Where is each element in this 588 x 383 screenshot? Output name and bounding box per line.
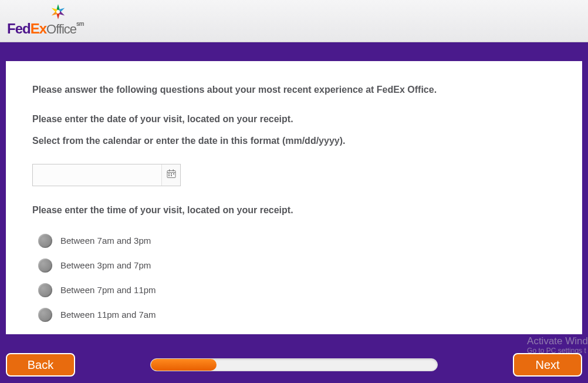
back-button[interactable]: Back <box>6 353 75 377</box>
svg-rect-6 <box>168 175 170 176</box>
next-button[interactable]: Next <box>513 353 582 377</box>
survey-panel: Please answer the following questions ab… <box>6 61 582 334</box>
star-icon <box>49 3 67 23</box>
calendar-icon <box>167 169 176 181</box>
brand-sm: sm <box>76 21 83 27</box>
app-header: FedExOfficesm <box>0 0 588 42</box>
svg-rect-8 <box>169 170 170 172</box>
survey-body: Please answer the following questions ab… <box>0 42 588 383</box>
footer-bar: Back Next <box>0 347 588 383</box>
radio-label: Between 11pm and 7am <box>60 310 156 320</box>
progress-bar <box>150 358 438 371</box>
svg-rect-7 <box>171 175 172 176</box>
brand-ex: Ex <box>31 21 46 36</box>
next-button-label: Next <box>535 358 559 372</box>
radio-label: Between 7pm and 11pm <box>60 285 156 295</box>
brand-text: FedExOfficesm <box>7 21 84 37</box>
visit-date-input[interactable] <box>33 164 161 186</box>
date-input-group <box>32 164 181 186</box>
radio-icon <box>38 283 52 297</box>
radio-label: Between 3pm and 7pm <box>60 260 151 270</box>
radio-icon <box>38 234 52 248</box>
date-hint: Select from the calendar or enter the da… <box>32 135 556 147</box>
radio-icon <box>38 308 52 322</box>
progress-fill <box>151 359 217 371</box>
time-option-1[interactable]: Between 3pm and 7pm <box>38 258 556 273</box>
time-option-2[interactable]: Between 7pm and 11pm <box>38 283 556 297</box>
radio-label: Between 7am and 3pm <box>60 236 151 246</box>
back-button-label: Back <box>28 358 53 372</box>
svg-point-0 <box>56 10 60 14</box>
date-question: Please enter the date of your visit, loc… <box>32 113 556 126</box>
svg-rect-5 <box>173 173 174 174</box>
svg-rect-9 <box>173 170 174 172</box>
radio-icon <box>38 258 52 273</box>
brand-logo: FedExOfficesm <box>7 3 84 37</box>
watermark-line1: Activate Wind <box>527 336 588 347</box>
svg-rect-4 <box>171 173 172 174</box>
time-question: Please enter the time of your visit, loc… <box>32 204 556 217</box>
svg-rect-3 <box>168 173 170 174</box>
brand-office: Office <box>46 22 76 36</box>
intro-text: Please answer the following questions ab… <box>32 83 556 96</box>
brand-fed: Fed <box>7 21 31 36</box>
calendar-button[interactable] <box>161 164 180 186</box>
time-option-0[interactable]: Between 7am and 3pm <box>38 234 556 248</box>
time-option-3[interactable]: Between 11pm and 7am <box>38 308 556 322</box>
